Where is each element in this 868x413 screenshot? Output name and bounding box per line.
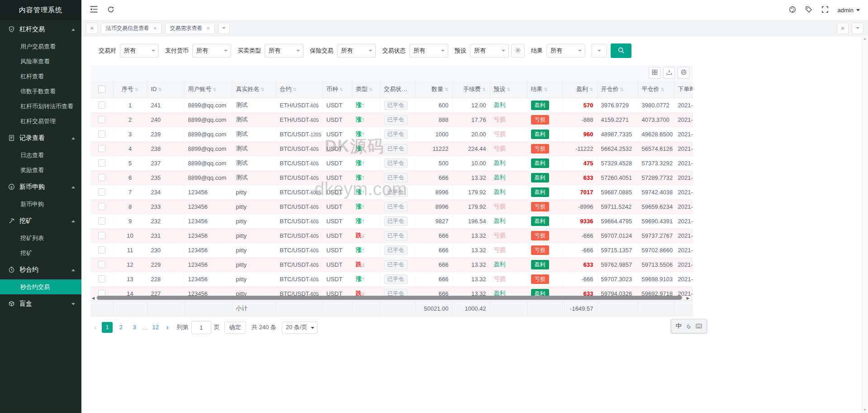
sidebar-section-blindbox[interactable]: 盲盒 — [0, 294, 81, 313]
col-name[interactable]: 真实姓名⇅ — [232, 81, 276, 98]
select-all-checkbox[interactable] — [98, 86, 105, 93]
sidebar-item[interactable]: 杠杆查看 — [0, 69, 81, 84]
filter-select[interactable]: 所有 — [546, 44, 585, 58]
scroll-right-icon[interactable]: ▶ — [687, 296, 689, 301]
col-open[interactable]: 开仓价⇅ — [597, 81, 638, 98]
next-page-button[interactable]: › — [162, 323, 172, 331]
scroll-left-icon[interactable]: ◀ — [92, 296, 95, 301]
filter-select[interactable]: 所有 — [337, 44, 376, 58]
prev-page-button[interactable]: ‹ — [90, 323, 100, 331]
col-preset[interactable]: 预设⇅ — [490, 81, 527, 98]
sidebar-section-records[interactable]: 记录查看 — [0, 129, 81, 148]
row-checkbox[interactable] — [98, 101, 105, 109]
page-button-12[interactable]: 12 — [150, 322, 161, 333]
tab-overflow-button[interactable] — [218, 23, 230, 34]
tab[interactable]: 法币交易信息查看× — [101, 23, 162, 34]
col-qty[interactable]: 数量⇅ — [415, 81, 452, 98]
sort-icon[interactable]: ⇅ — [409, 87, 413, 92]
sidebar-item[interactable]: 杠杆币划转法币查看 — [0, 99, 81, 114]
sidebar-section-mining[interactable]: 挖矿 — [0, 211, 81, 231]
row-checkbox[interactable] — [98, 116, 105, 123]
sidebar-section-leverage[interactable]: 杠杆交易 — [0, 20, 81, 39]
col-coin[interactable]: 币种⇅ — [323, 81, 352, 98]
sidebar-section-seconds[interactable]: 秒合约 — [0, 260, 81, 279]
refresh-button[interactable] — [107, 6, 114, 14]
row-checkbox[interactable] — [98, 246, 105, 254]
row-checkbox[interactable] — [98, 232, 105, 239]
sort-icon[interactable]: ⇅ — [445, 87, 448, 92]
vertical-scrollbar[interactable] — [862, 36, 868, 413]
sort-icon[interactable]: ⇅ — [620, 87, 624, 92]
fullscreen-button[interactable] — [821, 6, 829, 14]
ime-keyboard-icon[interactable] — [696, 324, 702, 328]
col-seq[interactable]: 序号⇅ — [113, 81, 147, 98]
col-contract[interactable]: 合约⇅ — [276, 81, 323, 98]
sort-icon[interactable]: ⇅ — [661, 87, 664, 92]
theme-button[interactable] — [789, 6, 796, 14]
filter-select[interactable]: 所有 — [120, 44, 159, 58]
sort-icon[interactable]: ⇅ — [135, 87, 138, 92]
row-checkbox[interactable] — [98, 174, 105, 181]
sort-icon[interactable]: ⇅ — [340, 87, 343, 92]
row-checkbox[interactable] — [98, 203, 105, 210]
page-button-2[interactable]: 2 — [115, 322, 126, 333]
search-button[interactable] — [611, 43, 631, 58]
sidebar-item[interactable]: 用户交易查看 — [0, 39, 81, 54]
ime-lang[interactable]: 中 — [676, 322, 682, 330]
close-icon[interactable]: × — [207, 25, 210, 31]
tabs-scroll-left-button[interactable]: « — [86, 23, 98, 34]
horizontal-scrollbar[interactable]: ◀ ▶ — [90, 295, 693, 301]
sort-icon[interactable]: ⇅ — [544, 87, 548, 92]
columns-button[interactable] — [649, 67, 660, 79]
sort-icon[interactable]: ⇅ — [261, 87, 265, 92]
sort-icon[interactable]: ⇅ — [158, 87, 162, 92]
sidebar-item[interactable]: 挖矿列表 — [0, 231, 81, 245]
export-button[interactable] — [663, 67, 675, 79]
sort-icon[interactable]: ⇅ — [589, 87, 593, 92]
tabs-menu-button[interactable] — [852, 23, 863, 34]
confirm-button[interactable]: 确定 — [224, 322, 246, 334]
page-button-3[interactable]: 3 — [129, 322, 140, 333]
page-button-1[interactable]: 1 — [102, 322, 113, 333]
sort-icon[interactable]: ⇅ — [507, 87, 511, 92]
close-icon[interactable]: × — [153, 25, 157, 31]
tab[interactable]: 交易需求查看× — [165, 23, 215, 34]
col-profit[interactable]: 盈利⇅ — [562, 81, 597, 98]
scroll-down-icon[interactable] — [863, 409, 866, 411]
col-result[interactable]: 结果⇅ — [527, 81, 562, 98]
col-close[interactable]: 平仓价⇅ — [638, 81, 674, 98]
sidebar-section-newcoin[interactable]: $新币申购 — [0, 178, 81, 197]
col-status[interactable]: 交易状态⇅ — [380, 81, 415, 98]
collapse-sidebar-button[interactable] — [90, 5, 98, 14]
sidebar-item[interactable]: 倍数手数查看 — [0, 84, 81, 99]
col-id[interactable]: ID⇅ — [147, 81, 184, 98]
sort-icon[interactable]: ⇅ — [369, 87, 373, 92]
col-type[interactable]: 类型⇅ — [352, 81, 380, 98]
tabs-scroll-right-button[interactable]: » — [837, 23, 849, 34]
scroll-up-icon[interactable] — [863, 38, 866, 40]
sidebar-item[interactable]: 挖矿 — [0, 245, 81, 260]
page-size-select[interactable]: 20 条/页 — [282, 322, 318, 334]
sidebar-item[interactable]: 日志查看 — [0, 148, 81, 163]
preset-gear-button[interactable] — [511, 44, 525, 58]
goto-page-input[interactable] — [191, 321, 211, 334]
print-button[interactable] — [678, 67, 689, 79]
user-menu[interactable]: admin — [838, 7, 860, 14]
filter-select[interactable]: 所有 — [265, 44, 304, 58]
sort-icon[interactable]: ⇅ — [213, 87, 217, 92]
row-checkbox[interactable] — [98, 275, 105, 283]
scrollbar-thumb[interactable] — [97, 296, 682, 300]
filter-collapse-button[interactable] — [592, 44, 607, 58]
row-checkbox[interactable] — [98, 130, 105, 138]
col-account[interactable]: 用户账号⇅ — [184, 81, 232, 98]
row-checkbox[interactable] — [98, 217, 105, 225]
ime-toolbar[interactable]: 中 — [671, 319, 707, 333]
filter-select[interactable]: 所有 — [470, 44, 509, 58]
sidebar-item[interactable]: 秒合约交易 — [0, 279, 81, 294]
row-checkbox[interactable] — [98, 261, 105, 268]
row-checkbox[interactable] — [98, 188, 105, 196]
sort-icon[interactable]: ⇅ — [482, 87, 486, 92]
col-fee[interactable]: 手续费⇅ — [452, 81, 490, 98]
filter-select[interactable]: 所有 — [409, 44, 448, 58]
sidebar-item[interactable]: 风险率查看 — [0, 54, 81, 69]
